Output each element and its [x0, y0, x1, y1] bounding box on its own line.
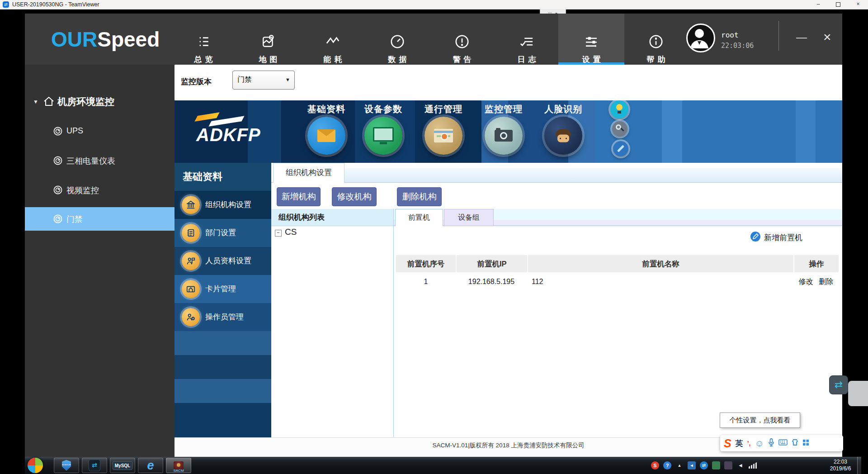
double-arrow-icon: ⇄	[89, 460, 100, 471]
info-icon	[648, 33, 664, 50]
taskbar-ie-browser[interactable]: e	[138, 458, 163, 473]
tree-collapse-icon[interactable]: −	[275, 230, 282, 237]
nav-tab-alert[interactable]: 警告	[435, 14, 489, 65]
nav-tab-help[interactable]: 帮助	[629, 14, 683, 65]
toolbox-grid-icon[interactable]	[802, 439, 809, 448]
taskbar-sacm-app[interactable]: SACM	[166, 458, 191, 473]
ime-punctuation-toggle[interactable]: ’,	[747, 440, 751, 447]
org-list-header: 组织机构列表	[271, 209, 393, 226]
module-label-face-recognition: 人脸识别	[532, 103, 595, 115]
app-close-button[interactable]: ×	[823, 32, 831, 43]
start-button[interactable]	[28, 458, 43, 473]
system-tray: S ? ▲ ◄ ⇄ ◄	[651, 457, 757, 474]
sidebar-item-video-monitoring[interactable]: 视频监控	[25, 181, 175, 199]
mic-icon[interactable]	[768, 438, 774, 448]
menu-item-operator-management[interactable]: 操作员管理	[175, 303, 271, 331]
teamviewer-tray-icon[interactable]: ⇄	[700, 461, 708, 469]
list-icon	[195, 33, 212, 50]
network-tray-icon[interactable]	[749, 462, 757, 469]
edit-org-button[interactable]: 修改机构	[332, 187, 377, 206]
menu-item-personnel-settings[interactable]: 人员资料设置	[175, 247, 271, 275]
tab-front-machine[interactable]: 前置机	[395, 209, 443, 226]
module-device-params-button[interactable]	[364, 117, 402, 155]
sidebar-item-ups[interactable]: UPS	[25, 122, 175, 140]
taskbar-clock[interactable]: 22:03 2019/6/6	[821, 459, 859, 472]
app-minimize-button[interactable]: —	[796, 32, 807, 43]
nav-tab-overview[interactable]: 总览	[176, 14, 231, 65]
col-header-name: 前置机名称	[527, 255, 793, 272]
front-machine-table: 前置机序号 前置机IP 前置机名称 操作 1 192.168.5.195 112…	[396, 255, 839, 291]
ime-tooltip[interactable]: 个性设置，点我看看	[720, 412, 800, 428]
edge-arrows-handle[interactable]: ⇄	[829, 375, 848, 394]
add-front-machine-link[interactable]: 新增前置机	[764, 232, 802, 243]
add-org-button[interactable]: 新增机构	[277, 187, 321, 206]
nav-tab-energy[interactable]: 能耗	[306, 14, 360, 65]
session-time: 22:03:06	[721, 42, 754, 50]
bulb-icon[interactable]	[610, 100, 628, 118]
emoji-icon[interactable]: ☺	[755, 438, 764, 449]
module-face-recognition-button[interactable]	[544, 117, 582, 155]
menu-section-header: 基础资料	[175, 163, 271, 191]
alert-icon	[454, 33, 470, 50]
edge-panel-tab[interactable]	[848, 381, 868, 406]
sidebar-section-room-monitoring[interactable]: ▼ 机房环境监控	[25, 93, 175, 111]
sogou-ime-bar[interactable]: S 英 ’, ☺	[720, 435, 843, 451]
keyboard-icon[interactable]	[778, 439, 788, 447]
monitor-version-select[interactable]: 门禁 ▼	[232, 71, 295, 90]
hidden-icons-caret[interactable]: ▲	[675, 461, 684, 469]
row-edit-link[interactable]: 修改	[799, 278, 813, 285]
log-icon	[519, 33, 535, 50]
tv-minimize-button[interactable]: –	[808, 0, 828, 9]
taskbar-mysql-app[interactable]: MySQL	[110, 458, 135, 473]
menu-item-card-management[interactable]: 卡片管理	[175, 275, 271, 303]
tab-org-settings[interactable]: 组织机构设置	[273, 163, 344, 183]
app-logo: OURSpeed	[51, 27, 160, 52]
sogou-tray-icon[interactable]: S	[651, 461, 659, 469]
nav-tab-map[interactable]: 地图	[241, 14, 295, 65]
nav-tab-data[interactable]: 数据	[370, 14, 425, 65]
nav-tab-settings[interactable]: 设置	[558, 14, 624, 65]
panel-divider	[393, 209, 394, 437]
taskbar-monitoring-app[interactable]: MONITORING	[54, 458, 79, 473]
module-basic-data-button[interactable]	[307, 117, 345, 155]
map-pin-icon	[434, 129, 453, 142]
shield-icon: MONITORING	[62, 460, 71, 471]
monitor-version-bar: 监控版本 门禁 ▼	[175, 65, 842, 100]
clock-time: 22:03	[821, 459, 859, 465]
user-avatar[interactable]	[686, 24, 715, 52]
delete-org-button[interactable]: 删除机构	[397, 187, 442, 206]
cell-seq: 1	[396, 272, 456, 291]
menu-item-org-settings[interactable]: 组织机构设置	[175, 191, 271, 219]
magnifier-icon[interactable]	[612, 121, 627, 137]
tab-device-group[interactable]: 设备组	[444, 209, 494, 226]
pencil-circle-icon[interactable]	[750, 232, 760, 242]
selected-version: 门禁	[237, 75, 252, 85]
display-tray-icon[interactable]	[712, 461, 720, 469]
module-label-basic-data: 基础资料	[295, 103, 358, 115]
module-access-mgmt-button[interactable]	[425, 117, 462, 155]
module-label-access-mgmt: 通行管理	[412, 103, 475, 115]
ime-language-toggle[interactable]: 英	[736, 438, 743, 449]
pencil-icon[interactable]	[613, 141, 628, 156]
volume-tray-icon[interactable]: ◄	[736, 461, 745, 469]
bank-icon	[182, 196, 200, 214]
gauge-icon	[53, 156, 63, 166]
sidebar-item-access-control[interactable]: 门禁	[25, 207, 175, 231]
tree-node-cs[interactable]: CS	[285, 227, 297, 237]
row-delete-link[interactable]: 删除	[819, 278, 833, 285]
tv-maximize-button[interactable]	[828, 0, 848, 9]
security-tray-icon[interactable]	[724, 461, 732, 469]
show-desktop-button[interactable]	[857, 457, 861, 474]
audio-device-icon[interactable]: ◄	[688, 461, 696, 469]
col-header-seq: 前置机序号	[396, 255, 456, 272]
skin-person-icon[interactable]	[792, 439, 798, 448]
sogou-logo-icon[interactable]: S	[724, 436, 731, 450]
table-row: 1 192.168.5.195 112 修改 删除	[396, 272, 839, 291]
menu-item-department-settings[interactable]: 部门设置	[175, 219, 271, 247]
module-monitor-mgmt-button[interactable]	[485, 117, 523, 155]
tv-close-button[interactable]: ×	[848, 0, 868, 9]
help-tray-icon[interactable]: ?	[663, 461, 671, 469]
nav-tab-log[interactable]: 日志	[500, 14, 554, 65]
taskbar-remote-arrows-app[interactable]: ⇄	[82, 458, 107, 473]
sidebar-item-power-meter[interactable]: 三相电量仪表	[25, 152, 175, 170]
